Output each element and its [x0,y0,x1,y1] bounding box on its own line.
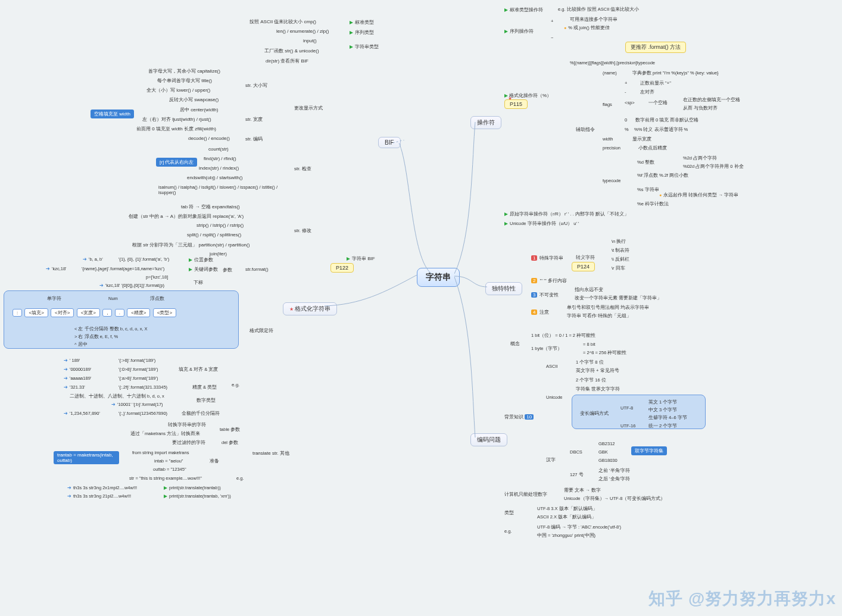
sf-ex1a: 'b, a, b' [79,255,107,264]
fl-eg2b: '{:0>8}'.format('189') [114,365,162,374]
enc-uni2: 字符集 世界文字字符 [572,384,624,394]
fl-eg4t: 精度 & 类型 [188,383,221,392]
tag-r-end: [r] 代表从右向左 [156,158,197,167]
op-flags: flags [598,100,616,109]
enc-bit: 1 bit（位） = 0 / 1 = 2 种可能性 [527,331,600,340]
watermark: 知乎 @努力努力再努力x [648,587,836,610]
m-center: 居中 center(width) [177,105,220,114]
enc-byte: 1 byte（字节） [527,344,566,354]
sf-ex2a: 'kzc,18' [42,264,71,273]
op-fmtspec: %[(name)][flags][width].[precision]typec… [566,58,659,67]
fl-eg6a: '1,234,567,890' [60,409,104,418]
op-minus: − [547,33,557,42]
enc-comp2: Unicode（字符集）→ UTF-8（可变长编码方式） [560,494,669,504]
m-cat-search: str. 检查 [292,164,314,173]
main-unique[interactable]: 独特特性 [485,282,522,295]
tr-r2: th3s 3s str3ng 21pl2....w4w!!! [63,492,135,501]
fl-eg5t: 数字类型 [192,396,220,405]
enc-utf16a: 统一 2 个字节 [644,421,681,431]
op-tcd2: %02d 占两个字符并用 0 补全 [679,162,748,171]
sf-ex3b: 'kzc,18' '{0[0]},{0[1]}'.format(p) [95,281,169,290]
pill-fill: <填充> [24,308,48,317]
m-find: find(str) / rfind() [201,155,239,162]
enc-type: 类型 [500,508,518,518]
enc-h127: 127 号 [566,470,588,480]
fl-eg3b: '{:a>8}'.format('189') [114,374,162,383]
m-cat-case: str. 大小写 [243,81,270,90]
enc-varlen: 变长编码方式 [576,409,613,418]
sf-ex2b: '{name},{age}'.format(age=18,name='kzc') [77,264,169,273]
bif-str-type: 字符串类型 [345,42,383,52]
op-f3: <sp> [620,98,639,107]
enc-ascii: ASCII [542,362,562,371]
u-s4: 4注意 [527,307,553,317]
m-cat-codec: str. 编码 [243,135,265,143]
fl-h3: 浮点数 [146,294,169,304]
op-f2r: 左对齐 [636,87,659,97]
op-f5r: %% 转义 表示普通字符 % [630,125,692,135]
pill-prec: <精度> [127,308,150,317]
op-f3r3: 从而 与负数对齐 [679,104,722,113]
pill-colon: : [13,309,22,317]
fl-a3: ^ 居中 [70,340,92,349]
tr-r2b: print(str.translate(trantab, 'xm')) [160,492,235,501]
pill-width: <宽度> [77,308,100,317]
u-s3b: 改变一个字符串元素 需要新建「字符串」 [570,293,666,303]
fl-eg1b: '{:>8}'.format('189') [114,356,160,365]
u-e4: \r 回车 [607,264,629,273]
op-f3r: 一个空格 [644,98,672,108]
tag-space-pad: 空格填充至 width [91,110,134,118]
m-change-display: 更改显示方式 [292,104,325,112]
m-count: count(str) [206,145,231,153]
sf-ex3a: p=['kzc',18] [142,273,172,282]
fl-eg4a: '321.33' [60,383,89,392]
fl-egroup: e.g. [229,381,242,389]
u-esc: 转义字符 [572,253,599,262]
u-s1: 1特殊字符串 [527,253,567,263]
bif-len: len() / enumerate() / zip() [274,27,331,35]
op-tc: typecode [598,176,625,185]
op-f1: + [620,79,631,87]
m-index: index(str) / rindex() [197,164,241,172]
op-tce: %e 科学计数法 [633,199,673,209]
bif-dir: dir(str) 查看所有 BIF [263,57,311,65]
link-root-enc [454,277,478,440]
m-swap: 反转大小写 swapcase() [167,95,221,104]
bif-cmp: 按照 ASCII 值来比较大小 cmp() [247,17,319,26]
sf-ex1t: 位置参数 [185,255,217,265]
enc-tascii: ASCII 2.X 版本「默认编码」 [533,512,600,522]
m-cat-width: str. 宽度 [243,115,265,124]
op-tcf: %f 浮点数 %.2f 两位小数 [633,171,693,180]
u-s3: 3不可变性 [527,290,563,300]
op-aux: 辅助指令 [572,125,599,135]
enc-uni1: 2 个字节 16 位 [572,376,610,385]
tr-p3: outtab = "12345" [149,465,191,474]
m-cap: 首字母大写，其余小写 capitalize() [146,67,223,76]
pill-align: <对齐> [51,308,74,317]
tr-top1: 转换字符串的字符 [164,420,210,430]
fl-eg2t: 填充 & 对齐 & 宽度 [174,365,222,374]
m-codec: decode() / encode() [186,135,232,142]
u-e3: \\ 反斜杠 [607,255,634,264]
enc-concept: 概念 [506,339,524,349]
fl-eg2a: '00000189' [60,365,95,374]
op-name: (name) [598,68,621,77]
pill-dot: . [115,309,124,317]
m-ends: endswith(obj) / startswith() [185,174,245,182]
tag-trantab: trantab = maketrans(intab, outtab) [54,451,119,464]
enc-eg: e.g. [500,527,516,536]
tr-top3r: del 参数 [217,438,242,448]
tr-name: translate str. 其他 [250,449,292,458]
m-strip: strip() / lstrip() / rstrip() [194,221,246,229]
enc-dbcs1: GB2312 [594,439,619,448]
pill-comma: , [102,309,112,317]
op-tcd: %d 整数 [633,158,659,167]
sf-ex3t: 下标 [189,277,207,287]
tr-top3: 要过滤掉的字符 [168,438,210,448]
tag-p115: P115 [504,99,528,109]
m-isx: isalnum() / isalpha() / isdigit() / islo… [156,183,281,196]
m-zfill: 前面用 0 填充至 width 长度 zfill(width) [134,124,219,133]
m-replace: 创建（str 中的 a → A）的新对象后返回 replace('a', 'A'… [126,212,246,221]
strformat-params: 参数 [220,265,235,274]
tr-p2: intab = "aeiou" [150,456,188,465]
